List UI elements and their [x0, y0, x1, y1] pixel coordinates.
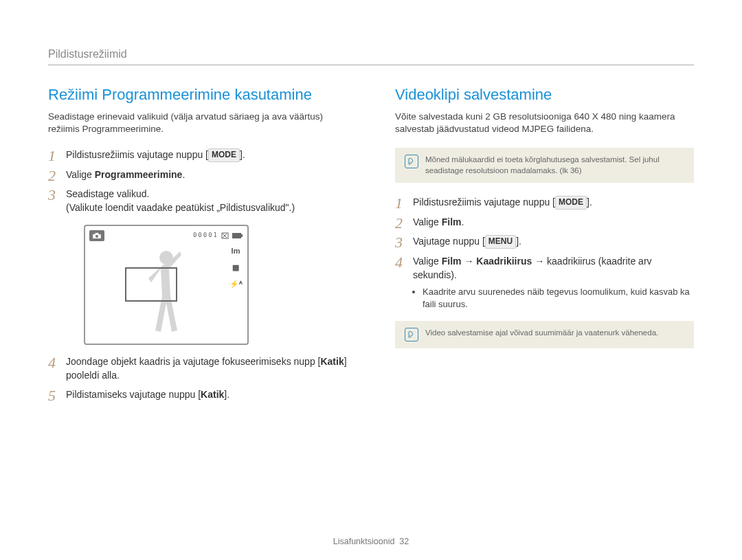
left-column: Režiimi Programmeerimine kasutamine Sead…	[48, 86, 347, 407]
note-text-2: Video salvestamise ajal võivad suumimäär…	[425, 328, 658, 341]
right-section-title: Videoklipi salvestamine	[395, 86, 694, 104]
svg-rect-1	[95, 233, 99, 234]
left-step-2: Valige Programmeerimine.	[48, 168, 347, 181]
mode-button-label: MODE	[555, 196, 587, 209]
page-footer: Lisafunktsioonid 32	[0, 537, 742, 546]
note-text-1: Mõned mälukaardid ei toeta kõrglahutuseg…	[425, 155, 684, 176]
left-section-title: Režiimi Programmeerimine kasutamine	[48, 86, 347, 104]
mode-button-label: MODE	[208, 148, 240, 161]
note-icon	[405, 155, 418, 168]
left-step-3: Seadistage valikud. (Valikute loendit va…	[48, 187, 347, 345]
right-step-4: Valige Film → Kaadrikiirus → kaadrikiiru…	[395, 254, 694, 311]
svg-rect-6	[241, 234, 243, 237]
right-step-4-sub: Kaadrite arvu suurenedes näib tegevus lo…	[423, 286, 694, 311]
note-box-2: Video salvestamise ajal võivad suumimäär…	[395, 321, 694, 348]
sdcard-icon	[221, 232, 229, 239]
right-step-3: Vajutage nuppu [MENU].	[395, 234, 694, 248]
note-icon	[405, 328, 418, 341]
lcd-counter: 00001	[193, 231, 218, 240]
lcd-preview: P 00001 Im ▦ ⚡ᴬ	[84, 225, 249, 345]
flash-icon: ⚡ᴬ	[229, 280, 242, 289]
camera-mode-icon: P	[89, 230, 104, 241]
breadcrumb: Pildistusrežiimid	[48, 48, 694, 60]
right-steps: Pildistusrežiimis vajutage nuppu [MODE].…	[395, 195, 694, 311]
right-step-1: Pildistusrežiimis vajutage nuppu [MODE].	[395, 195, 694, 209]
right-column: Videoklipi salvestamine Võite salvestada…	[395, 86, 694, 407]
note-box-1: Mõned mälukaardid ei toeta kõrglahutuseg…	[395, 148, 694, 183]
menu-button-label: MENU	[485, 235, 516, 248]
right-step-2: Valige Film.	[395, 215, 694, 229]
svg-point-2	[95, 235, 98, 238]
left-step-4: Joondage objekt kaadris ja vajutage foku…	[48, 355, 347, 383]
svg-text:P: P	[100, 233, 102, 236]
battery-icon	[232, 232, 243, 239]
svg-rect-5	[232, 233, 241, 238]
left-step-5: Pildistamiseks vajutage nuppu [Katik].	[48, 388, 347, 401]
right-intro: Võite salvestada kuni 2 GB resolutsiooni…	[395, 111, 694, 135]
left-intro: Seadistage erinevaid valikuid (välja arv…	[48, 111, 347, 135]
resolution-icon: Im	[229, 247, 242, 256]
left-step-1: Pildistusrežiimis vajutage nuppu [MODE].	[48, 148, 347, 161]
focus-frame	[125, 267, 177, 302]
header-rule	[48, 65, 694, 65]
quality-icon: ▦	[229, 263, 242, 273]
left-steps: Pildistusrežiimis vajutage nuppu [MODE].…	[48, 148, 347, 401]
